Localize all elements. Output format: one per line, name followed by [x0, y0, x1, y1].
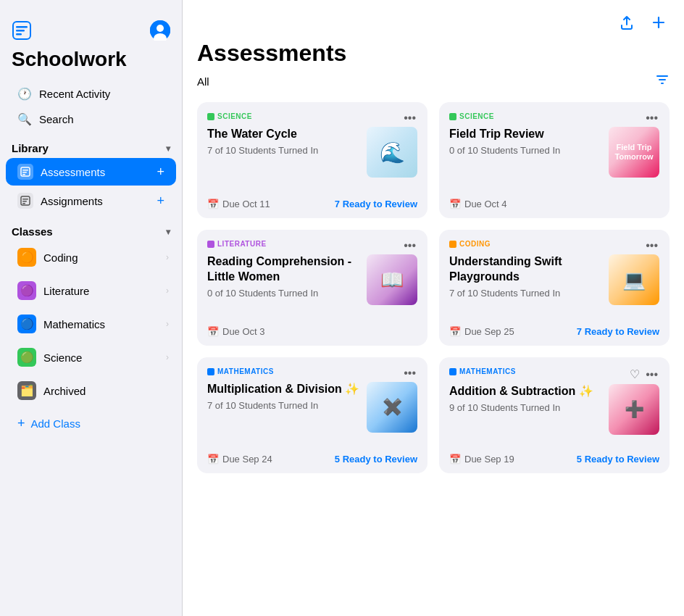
card-swift-subject: CODING [449, 240, 491, 248]
calendar-icon-5: 📅 [207, 454, 219, 465]
main-header [183, 0, 684, 37]
sidebar-item-literature[interactable]: 🟣 Literature › [6, 275, 176, 307]
card-swift-title: Understanding Swift Playgrounds [449, 254, 603, 285]
card-reading[interactable]: LITERATURE ••• Reading Comprehension - L… [197, 230, 428, 346]
card-multiplication-footer: 📅 Due Sep 24 5 Ready to Review [207, 446, 417, 473]
card-water-cycle-due: 📅 Due Oct 11 [207, 199, 270, 209]
main-scrollable: Assessments All SCIENCE ••• [183, 37, 684, 616]
sidebar-item-assignments[interactable]: Assignments + [6, 187, 176, 215]
coding-label: Coding [43, 251, 78, 264]
add-new-button[interactable] [648, 12, 670, 37]
card-water-cycle-title: The Water Cycle [207, 127, 361, 142]
add-assessment-button[interactable]: + [152, 164, 169, 180]
export-button[interactable] [616, 12, 638, 37]
cards-grid: SCIENCE ••• The Water Cycle 7 of 10 Stud… [197, 102, 670, 473]
add-assignment-button[interactable]: + [152, 193, 169, 209]
classes-section-header[interactable]: Classes ▾ [0, 215, 182, 241]
card-swift-top: CODING ••• [449, 240, 659, 251]
science-class-icon: 🟢 [17, 348, 36, 367]
add-class-plus-icon: + [17, 416, 25, 431]
library-section-header[interactable]: Library ▾ [0, 132, 182, 157]
avatar[interactable] [150, 20, 170, 41]
main-content-area: Assessments All SCIENCE ••• [183, 0, 684, 616]
card-water-cycle-more-button[interactable]: ••• [402, 112, 417, 124]
card-field-trip-subtitle: 0 of 10 Students Turned In [449, 145, 603, 156]
sidebar-item-search[interactable]: 🔍 Search [6, 107, 176, 132]
filter-icon[interactable] [655, 72, 670, 91]
card-multiplication-info: Multiplication & Division ✨ 7 of 10 Stud… [207, 382, 367, 411]
assignments-label: Assignments [41, 195, 103, 207]
sidebar-item-assessments[interactable]: Assessments + [6, 158, 176, 186]
card-addition-more-button[interactable]: ••• [644, 369, 659, 380]
card-field-trip-body: Field Trip Review 0 of 10 Students Turne… [449, 127, 659, 186]
card-addition-due: 📅 Due Sep 19 [449, 454, 514, 465]
sidebar-item-archived[interactable]: 🗂️ Archived [6, 375, 176, 407]
card-addition-heart-icon[interactable]: ♡ [630, 367, 640, 381]
library-chevron-icon: ▾ [166, 143, 170, 154]
assignments-icon [17, 193, 33, 209]
card-swift-thumbnail: 💻 [609, 254, 659, 305]
sidebar-item-recent-activity[interactable]: 🕐 Recent Activity [6, 81, 176, 107]
svg-rect-14 [22, 203, 25, 204]
card-multiplication[interactable]: MATHEMATICS ••• Multiplication & Divisio… [197, 357, 428, 473]
card-addition-body: Addition & Subtraction ✨ 9 of 10 Student… [449, 384, 659, 441]
card-swift-due: 📅 Due Sep 25 [449, 326, 514, 337]
calendar-icon: 📅 [207, 199, 219, 209]
card-water-cycle-footer: 📅 Due Oct 11 7 Ready to Review [207, 191, 417, 218]
literature-item-left: 🟣 Literature [17, 281, 89, 300]
card-multiplication-due: 📅 Due Sep 24 [207, 454, 272, 465]
add-class-button[interactable]: + Add Class [6, 409, 176, 438]
classes-chevron-icon: ▾ [166, 227, 170, 237]
search-icon: 🔍 [17, 112, 32, 126]
card-addition-review[interactable]: 5 Ready to Review [577, 454, 659, 465]
card-multiplication-title: Multiplication & Division ✨ [207, 382, 361, 397]
science-item-left: 🟢 Science [17, 348, 82, 367]
sidebar: Schoolwork 🕐 Recent Activity 🔍 Search Li… [0, 0, 183, 616]
filter-label[interactable]: All [197, 75, 209, 88]
card-field-trip-subject: SCIENCE [449, 112, 494, 120]
card-reading-more-button[interactable]: ••• [402, 240, 417, 251]
calendar-icon-4: 📅 [449, 326, 461, 337]
assessments-icon [17, 164, 33, 180]
card-swift[interactable]: CODING ••• Understanding Swift Playgroun… [439, 230, 670, 346]
svg-rect-1 [16, 26, 28, 28]
card-addition-info: Addition & Subtraction ✨ 9 of 10 Student… [449, 384, 609, 413]
archived-item-left: 🗂️ Archived [17, 381, 86, 400]
card-multiplication-review[interactable]: 5 Ready to Review [335, 454, 417, 465]
svg-rect-9 [22, 172, 27, 173]
card-addition[interactable]: MATHEMATICS ♡ ••• Addition & Subtraction… [439, 357, 670, 473]
card-field-trip[interactable]: SCIENCE ••• Field Trip Review 0 of 10 St… [439, 102, 670, 218]
card-reading-info: Reading Comprehension - Little Women 0 o… [207, 254, 367, 299]
calendar-icon-2: 📅 [449, 199, 461, 209]
card-field-trip-more-button[interactable]: ••• [644, 112, 659, 124]
card-water-cycle[interactable]: SCIENCE ••• The Water Cycle 7 of 10 Stud… [197, 102, 428, 218]
filter-row: All [197, 72, 670, 91]
card-addition-title: Addition & Subtraction ✨ [449, 384, 603, 399]
card-multiplication-more-button[interactable]: ••• [402, 367, 417, 379]
archived-label: Archived [43, 385, 86, 397]
mathematics-item-left: 🔵 Mathematics [17, 315, 105, 333]
literature-class-icon: 🟣 [17, 281, 36, 300]
sidebar-item-mathematics[interactable]: 🔵 Mathematics › [6, 308, 176, 340]
recent-activity-icon: 🕐 [17, 87, 32, 101]
classes-header-label: Classes [12, 225, 53, 238]
sidebar-item-coding[interactable]: 🟠 Coding › [6, 241, 176, 273]
card-multiplication-subject: MATHEMATICS [207, 367, 274, 375]
page-title: Assessments [197, 37, 670, 67]
card-swift-more-button[interactable]: ••• [644, 240, 659, 251]
card-water-cycle-thumbnail: 🌊 [367, 127, 417, 178]
add-class-label: Add Class [31, 417, 80, 430]
assignments-item-left: Assignments [17, 193, 103, 209]
sidebar-item-science[interactable]: 🟢 Science › [6, 341, 176, 373]
science-dot-icon [207, 113, 214, 120]
mathematics-dot-icon [207, 368, 214, 375]
card-field-trip-info: Field Trip Review 0 of 10 Students Turne… [449, 127, 609, 156]
math-class-icon: 🔵 [17, 315, 36, 333]
science-label: Science [43, 351, 82, 364]
card-addition-footer: 📅 Due Sep 19 5 Ready to Review [449, 446, 659, 473]
assessments-label: Assessments [41, 166, 105, 178]
svg-rect-12 [22, 199, 28, 200]
card-swift-review[interactable]: 7 Ready to Review [577, 326, 659, 337]
card-water-cycle-review[interactable]: 7 Ready to Review [335, 199, 417, 209]
mathematics-dot-icon-2 [449, 368, 456, 375]
